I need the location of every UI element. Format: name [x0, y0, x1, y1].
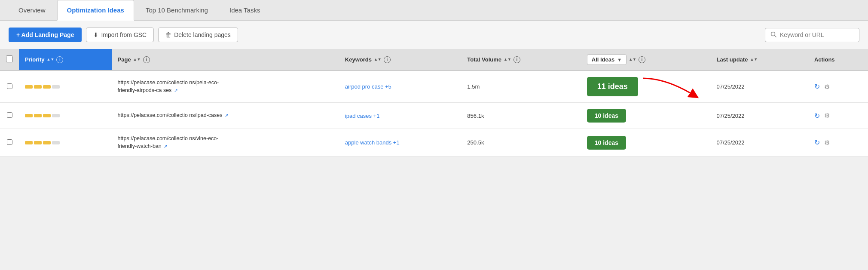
ideas-sort-icon[interactable]: ▲▼	[629, 58, 636, 61]
page-info-icon[interactable]: i	[143, 56, 150, 63]
search-icon	[770, 31, 776, 39]
header-actions: Actions	[808, 49, 868, 71]
row3-refresh-icon[interactable]: ↻	[814, 138, 820, 147]
row1-actions: ↻ ⚙	[808, 71, 868, 103]
keywords-sort-icon[interactable]: ▲▼	[374, 58, 382, 61]
row1-page: https://pelacase.com/collectio ns/pela-e…	[112, 71, 339, 103]
tab-optimization-ideas[interactable]: Optimization Ideas	[57, 0, 134, 21]
ext-link-icon[interactable]: ➚	[174, 88, 178, 93]
ext-link-icon[interactable]: ➚	[225, 113, 229, 118]
row1-last-update: 07/25/2022	[710, 71, 808, 103]
search-input[interactable]	[780, 31, 853, 38]
priority-bar-1	[25, 85, 33, 89]
row2-page-url: https://pelacase.com/collectio ns/ipad-c…	[118, 112, 229, 120]
table-row: https://pelacase.com/collectio ns/ipad-c…	[0, 103, 868, 129]
priority-bar-2	[34, 141, 42, 144]
row3-volume: 250.5k	[461, 129, 581, 156]
row3-ideas-cell: 10 ideas	[581, 129, 711, 156]
tabs-bar: Overview Optimization Ideas Top 10 Bench…	[0, 0, 868, 21]
row1-priority	[19, 71, 112, 103]
row2-gear-icon[interactable]: ⚙	[824, 112, 830, 120]
table-row: https://pelacase.com/collectio ns/pela-e…	[0, 71, 868, 103]
table-wrap: Priority ▲▼ i Page ▲▼ i Keywords ▲▼	[0, 49, 868, 156]
priority-bar-4	[52, 141, 60, 144]
volume-info-icon[interactable]: i	[513, 56, 520, 63]
header-total-volume: Total Volume ▲▼ i	[461, 49, 581, 71]
select-all-checkbox[interactable]	[6, 55, 13, 62]
row1-checkbox[interactable]	[7, 83, 12, 89]
priority-bar-1	[25, 141, 33, 144]
row2-ideas-button[interactable]: 10 ideas	[587, 109, 626, 123]
ext-link-icon[interactable]: ➚	[164, 144, 168, 149]
tab-top10[interactable]: Top 10 Benchmarking	[136, 0, 218, 20]
header-all-ideas: All Ideas ▼ ▲▼ i	[581, 49, 711, 71]
priority-bar-4	[52, 85, 60, 89]
priority-bars	[25, 114, 106, 117]
row2-keywords: ipad cases +1	[339, 103, 462, 129]
row2-actions: ↻ ⚙	[808, 103, 868, 129]
volume-sort-icon[interactable]: ▲▼	[504, 58, 511, 61]
row2-ideas-cell: 10 ideas	[581, 103, 711, 129]
row3-gear-icon[interactable]: ⚙	[824, 139, 830, 147]
import-gsc-button[interactable]: ⬇ Import from GSC	[86, 28, 154, 42]
delete-pages-button[interactable]: 🗑 Delete landing pages	[158, 28, 238, 42]
row2-checkbox[interactable]	[7, 112, 12, 118]
tab-overview[interactable]: Overview	[9, 0, 55, 20]
priority-bars	[25, 85, 106, 89]
row1-ideas-button[interactable]: 11 ideas	[587, 77, 638, 96]
ideas-info-icon[interactable]: i	[639, 56, 645, 63]
row1-gear-icon[interactable]: ⚙	[824, 83, 830, 91]
priority-bar-3	[43, 85, 51, 89]
add-landing-page-button[interactable]: + Add Landing Page	[9, 28, 82, 42]
header-page: Page ▲▼ i	[112, 49, 339, 71]
row2-priority	[19, 103, 112, 129]
table-header-row: Priority ▲▼ i Page ▲▼ i Keywords ▲▼	[0, 49, 868, 71]
priority-bar-3	[43, 114, 51, 117]
svg-line-1	[775, 35, 776, 37]
row3-last-update: 07/25/2022	[710, 129, 808, 156]
row3-keyword-link[interactable]: apple watch bands +1	[345, 139, 400, 146]
priority-bar-3	[43, 141, 51, 144]
row1-page-url: https://pelacase.com/collectio ns/pela-e…	[118, 79, 229, 94]
row2-refresh-icon[interactable]: ↻	[814, 112, 820, 120]
row3-page-url: https://pelacase.com/collectio ns/vine-e…	[118, 135, 229, 150]
priority-bar-4	[52, 114, 60, 117]
row1-volume: 1.5m	[461, 71, 581, 103]
row2-keyword-link[interactable]: ipad cases +1	[345, 113, 380, 119]
download-icon: ⬇	[93, 31, 98, 38]
row1-keywords: airpod pro case +5	[339, 71, 462, 103]
row3-checkbox-cell	[0, 129, 19, 156]
row3-keywords: apple watch bands +1	[339, 129, 462, 156]
row1-keyword-link[interactable]: airpod pro case +5	[345, 83, 391, 90]
row3-actions-cell: ↻ ⚙	[814, 138, 862, 147]
row2-actions-cell: ↻ ⚙	[814, 112, 862, 120]
trash-icon: 🗑	[165, 31, 171, 38]
keywords-info-icon[interactable]: i	[384, 56, 391, 63]
row3-checkbox[interactable]	[7, 139, 12, 145]
priority-info-icon[interactable]: i	[56, 56, 63, 63]
row1-refresh-icon[interactable]: ↻	[814, 83, 820, 91]
all-ideas-dropdown[interactable]: All Ideas ▼	[587, 54, 627, 65]
row3-ideas-button[interactable]: 10 ideas	[587, 136, 626, 150]
header-keywords: Keywords ▲▼ i	[339, 49, 462, 71]
header-priority: Priority ▲▼ i	[19, 49, 112, 71]
toolbar: + Add Landing Page ⬇ Import from GSC 🗑 D…	[0, 21, 868, 49]
row3-page: https://pelacase.com/collectio ns/vine-e…	[112, 129, 339, 156]
red-arrow-annotation	[641, 76, 697, 98]
lastupdate-sort-icon[interactable]: ▲▼	[750, 58, 758, 61]
table-row: https://pelacase.com/collectio ns/vine-e…	[0, 129, 868, 156]
page-sort-icon[interactable]: ▲▼	[133, 58, 141, 61]
search-wrapper	[765, 28, 859, 42]
row1-ideas-cell: 11 ideas	[581, 71, 711, 103]
priority-bar-2	[34, 114, 42, 117]
row3-priority	[19, 129, 112, 156]
table-body: https://pelacase.com/collectio ns/pela-e…	[0, 71, 868, 156]
priority-sort-icon[interactable]: ▲▼	[47, 58, 55, 61]
row1-actions-cell: ↻ ⚙	[814, 83, 862, 91]
chevron-down-icon: ▼	[617, 57, 622, 62]
priority-bar-1	[25, 114, 33, 117]
priority-bar-2	[34, 85, 42, 89]
tab-idea-tasks[interactable]: Idea Tasks	[220, 0, 270, 20]
row3-actions: ↻ ⚙	[808, 129, 868, 156]
row2-last-update: 07/25/2022	[710, 103, 808, 129]
